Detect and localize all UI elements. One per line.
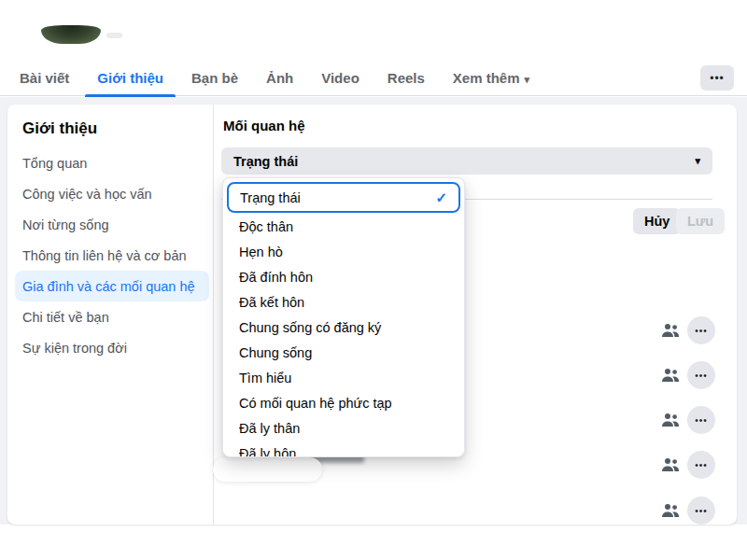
dropdown-option[interactable]: Đã đính hôn xyxy=(223,264,464,289)
relationship-status-select[interactable]: Trạng thái ▾ xyxy=(221,147,712,175)
tab-about[interactable]: Giới thiệu xyxy=(83,61,177,96)
profile-avatar[interactable] xyxy=(41,25,101,44)
dropdown-option[interactable]: Tìm hiểu xyxy=(223,365,464,390)
relationship-panel: Mối quan hệ Trạng thái ▾ Hủy Lưu ••• ••• xyxy=(215,105,737,525)
sidebar-title: Giới thiệu xyxy=(22,119,97,138)
family-member-row: ••• xyxy=(661,451,717,479)
about-card: Giới thiệu Tổng quan Công việc và học vấ… xyxy=(7,105,737,525)
member-options-button[interactable]: ••• xyxy=(687,497,715,525)
member-options-button[interactable]: ••• xyxy=(687,361,715,389)
blurred-redaction-patch xyxy=(213,457,322,482)
sidebar-item-overview[interactable]: Tổng quan xyxy=(15,147,209,178)
chevron-down-icon: ▾ xyxy=(525,74,530,85)
sidebar-item-places-lived[interactable]: Nơi từng sống xyxy=(15,209,209,240)
dropdown-option[interactable]: Đã kết hôn xyxy=(223,289,464,315)
sidebar-list: Tổng quan Công việc và học vấn Nơi từng … xyxy=(15,147,209,363)
dropdown-option[interactable]: Có mối quan hệ phức tạp xyxy=(223,390,464,415)
sidebar-item-life-events[interactable]: Sự kiện trong đời xyxy=(15,332,209,363)
facebook-about-page: Bài viết Giới thiệu Bạn bè Ảnh Video Ree… xyxy=(0,0,747,560)
dropdown-option[interactable]: Độc thân xyxy=(223,214,464,239)
select-value: Trạng thái xyxy=(233,154,298,169)
cancel-button[interactable]: Hủy xyxy=(633,208,681,234)
caret-down-icon: ▾ xyxy=(695,155,700,167)
profile-header: Bài viết Giới thiệu Bạn bè Ảnh Video Ree… xyxy=(0,0,747,96)
family-member-row: ••• xyxy=(661,316,717,344)
family-member-row: ••• xyxy=(661,497,717,525)
profile-tab-bar: Bài viết Giới thiệu Bạn bè Ảnh Video Ree… xyxy=(6,61,543,96)
dropdown-options-list: Độc thân Hẹn hò Đã đính hôn Đã kết hôn C… xyxy=(223,214,464,457)
tab-friends[interactable]: Bạn bè xyxy=(177,61,252,96)
people-icon xyxy=(661,323,680,338)
check-icon: ✓ xyxy=(435,189,447,206)
family-member-row: ••• xyxy=(661,406,717,434)
about-section-background: Giới thiệu Tổng quan Công việc và học vấ… xyxy=(0,97,747,525)
about-sidebar: Giới thiệu Tổng quan Công việc và học vấ… xyxy=(7,105,214,525)
tab-posts[interactable]: Bài viết xyxy=(6,61,83,96)
family-member-row: ••• xyxy=(661,361,717,389)
dropdown-option[interactable]: Đã ly hôn xyxy=(223,441,464,457)
dropdown-selected-label: Trạng thái xyxy=(240,190,301,205)
people-icon xyxy=(661,503,680,518)
sidebar-item-work-education[interactable]: Công việc và học vấn xyxy=(15,178,209,209)
blurred-artifact xyxy=(106,33,122,38)
tab-see-more-label: Xem thêm xyxy=(453,70,520,86)
dropdown-option[interactable]: Chung sống có đăng ký xyxy=(223,315,464,340)
people-icon xyxy=(661,368,680,383)
save-button-disabled[interactable]: Lưu xyxy=(676,208,725,234)
tab-photos[interactable]: Ảnh xyxy=(252,61,307,96)
people-icon xyxy=(661,457,680,472)
tab-videos[interactable]: Video xyxy=(307,61,374,96)
member-options-button[interactable]: ••• xyxy=(687,406,715,434)
profile-more-button[interactable]: ••• xyxy=(700,65,734,91)
member-options-button[interactable]: ••• xyxy=(687,451,715,479)
sidebar-item-family-relationships[interactable]: Gia đình và các mối quan hệ xyxy=(15,271,209,301)
section-title: Mối quan hệ xyxy=(223,118,305,133)
tab-see-more[interactable]: Xem thêm▾ xyxy=(439,61,543,96)
member-options-button[interactable]: ••• xyxy=(687,316,715,344)
tab-reels[interactable]: Reels xyxy=(374,61,439,96)
dropdown-option[interactable]: Hẹn hò xyxy=(223,239,464,264)
dropdown-option-selected[interactable]: Trạng thái ✓ xyxy=(227,182,460,213)
sidebar-item-contact-basic-info[interactable]: Thông tin liên hệ và cơ bản xyxy=(15,240,209,271)
dropdown-option[interactable]: Đã ly thân xyxy=(223,415,464,441)
sidebar-item-details-about-you[interactable]: Chi tiết về bạn xyxy=(15,301,209,332)
relationship-status-dropdown: Trạng thái ✓ Độc thân Hẹn hò Đã đính hôn… xyxy=(222,177,465,457)
dropdown-option[interactable]: Chung sống xyxy=(223,340,464,365)
people-icon xyxy=(661,413,680,427)
